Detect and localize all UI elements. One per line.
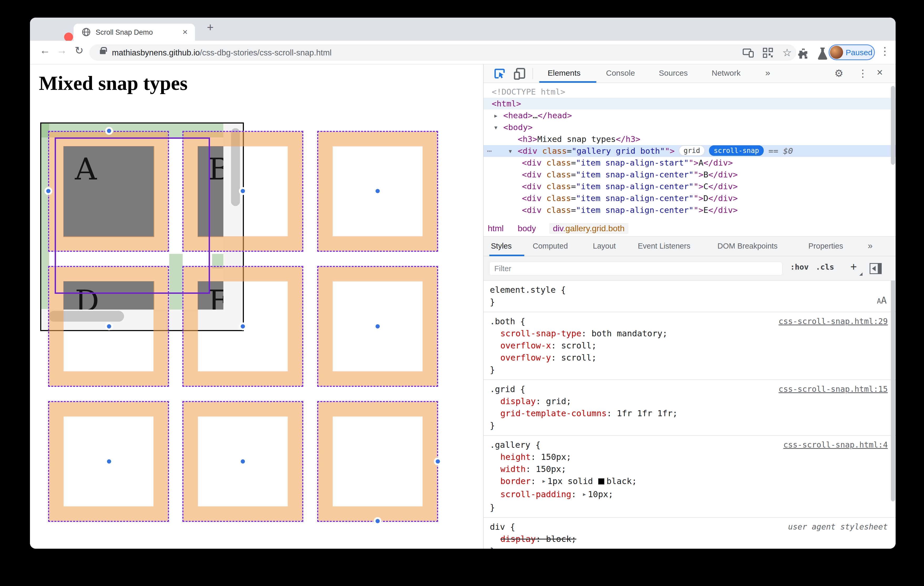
css-property-name[interactable]: scroll-padding (500, 489, 571, 499)
reload-icon[interactable]: ↻ (73, 45, 86, 56)
css-property[interactable]: height: 150px; (490, 451, 889, 463)
filter-input[interactable] (489, 262, 782, 276)
sidebar-tab-layout[interactable]: Layout (593, 242, 616, 251)
css-property-name[interactable]: height (500, 452, 531, 462)
css-property[interactable]: border: ▶1px solid black; (490, 475, 889, 488)
css-property[interactable]: display: grid; (490, 395, 889, 407)
css-rule-grid[interactable]: .grid {css-scroll-snap.html:15display: g… (483, 380, 896, 436)
bookmark-star-icon[interactable]: ☆ (780, 46, 794, 59)
dom-row[interactable]: ▼<body> (483, 121, 896, 133)
more-subtabs-icon[interactable]: » (868, 241, 873, 251)
debugger-paused-button[interactable]: Paused (828, 45, 875, 60)
tab-close-icon[interactable]: × (182, 27, 188, 37)
back-icon[interactable]: ← (38, 45, 51, 56)
css-property[interactable]: overflow-x: scroll; (490, 340, 889, 352)
css-property[interactable]: display: block; (490, 533, 889, 545)
dom-row[interactable]: <div class="item snap-align-center"">D</… (483, 192, 896, 204)
css-rule-gallery[interactable]: .gallery {css-scroll-snap.html:4height: … (483, 436, 896, 518)
address-bar[interactable]: mathiasbynens.github.io/css-dbg-stories/… (89, 45, 796, 61)
dom-row[interactable]: ⋯▼<div class="gallery grid both"">gridsc… (483, 145, 896, 157)
lock-icon[interactable] (100, 50, 106, 54)
adorner-ellipsis-icon[interactable]: ⋯ (487, 145, 492, 157)
devtools-tab-console[interactable]: Console (606, 69, 635, 78)
sidebar-tab-computed[interactable]: Computed (533, 242, 568, 251)
sidebar-tab-event-listeners[interactable]: Event Listeners (638, 242, 690, 251)
devtools-tab-sources[interactable]: Sources (659, 69, 688, 78)
shorthand-expand-icon[interactable]: ▶ (543, 475, 545, 487)
new-style-rule-button[interactable]: + (850, 261, 857, 272)
dom-row[interactable]: <div class="item snap-align-center"">B</… (483, 169, 896, 180)
css-property-name[interactable]: grid-template-columns (500, 408, 607, 418)
close-window-button[interactable] (64, 33, 73, 41)
sidebar-tab-styles[interactable]: Styles (491, 242, 512, 251)
css-property-name[interactable]: display (500, 396, 536, 406)
vertical-scrollbar-thumb[interactable] (231, 128, 240, 206)
forward-icon[interactable]: → (55, 45, 68, 56)
breadcrumb-item-current[interactable]: div.gallery.grid.both (549, 223, 629, 234)
device-toolbar-icon[interactable] (513, 68, 526, 80)
styles-scrollbar-thumb[interactable] (891, 281, 895, 502)
more-tabs-icon[interactable]: » (765, 68, 770, 78)
css-property-value[interactable]: 10px; (588, 489, 613, 499)
css-property-value[interactable]: scroll; (561, 353, 597, 363)
sidebar-toggle-icon[interactable] (870, 263, 882, 274)
css-property-value[interactable]: 150px; (541, 452, 571, 462)
browser-tab[interactable]: Scroll Snap Demo × (74, 24, 195, 41)
css-property-name[interactable]: width (500, 464, 526, 474)
css-property[interactable]: width: 150px; (490, 463, 889, 475)
stylesheet-link[interactable]: css-scroll-snap.html:4 (784, 439, 888, 451)
breadcrumb-item-html[interactable]: html (488, 224, 503, 233)
settings-gear-icon[interactable]: ⚙ (834, 68, 843, 79)
css-property-name[interactable]: overflow-y (500, 353, 551, 363)
dom-row[interactable]: <div class="item snap-align-center"">C</… (483, 180, 896, 192)
expand-icon[interactable]: ▶ (494, 110, 497, 122)
css-property-name[interactable]: border (500, 476, 531, 486)
collapse-icon[interactable]: ▼ (509, 145, 512, 157)
css-property-value[interactable]: block; (546, 534, 576, 544)
css-rule-div[interactable]: div {user agent stylesheetdisplay: block… (483, 518, 896, 549)
shorthand-expand-icon[interactable]: ▶ (583, 488, 586, 500)
stylesheet-link[interactable]: css-scroll-snap.html:15 (779, 383, 888, 395)
css-rule-both[interactable]: .both {css-scroll-snap.html:29scroll-sna… (483, 312, 896, 380)
css-property-name[interactable]: scroll-snap-type (500, 328, 581, 338)
horizontal-scrollbar-thumb[interactable] (49, 311, 124, 322)
css-property[interactable]: scroll-snap-type: both mandatory; (490, 327, 889, 340)
browser-menu-kebab-icon[interactable]: ⋮ (878, 45, 891, 57)
toggle-hover-state-button[interactable]: :hov (790, 262, 808, 271)
inspect-element-icon[interactable] (493, 68, 506, 79)
dom-scrollbar-thumb[interactable] (891, 86, 895, 165)
dom-row[interactable]: <!DOCTYPE html> (483, 86, 896, 98)
css-property[interactable]: grid-template-columns: 1fr 1fr 1fr; (490, 407, 889, 419)
collapse-icon[interactable]: ▼ (494, 122, 497, 134)
new-tab-button[interactable]: + (203, 21, 218, 34)
css-selector[interactable]: element.style { (490, 284, 889, 296)
url-text[interactable]: mathiasbynens.github.io/css-dbg-stories/… (112, 48, 332, 58)
qr-code-icon[interactable] (762, 48, 774, 58)
devtools-tab-elements[interactable]: Elements (548, 69, 581, 78)
css-property-name[interactable]: overflow-x (500, 340, 551, 350)
gallery-scroll-container[interactable]: A B D E (40, 122, 244, 331)
dom-row[interactable]: <html> (483, 98, 896, 110)
dom-row[interactable]: <h3>Mixed snap types</h3> (483, 133, 896, 145)
dom-row[interactable]: ▶<head>…</head> (483, 110, 896, 121)
font-editor-icon[interactable]: AA (877, 294, 887, 307)
sidebar-tab-properties[interactable]: Properties (808, 242, 843, 251)
close-devtools-icon[interactable]: × (877, 66, 883, 78)
devtools-menu-kebab-icon[interactable]: ⋮ (858, 68, 868, 79)
css-property-value[interactable]: black; (607, 476, 637, 486)
beta-flask-icon[interactable] (817, 47, 828, 59)
css-property-value[interactable]: 150px; (536, 464, 566, 474)
css-property[interactable]: scroll-padding: ▶10px; (490, 488, 889, 502)
css-rule-elementstyle[interactable]: element.style {AA} (483, 281, 896, 312)
grid-badge[interactable]: grid (679, 145, 705, 156)
css-property-name[interactable]: display (500, 534, 536, 544)
color-swatch[interactable] (598, 478, 604, 485)
dom-row[interactable]: <div class="item snap-align-start"">A</d… (483, 157, 896, 169)
extensions-puzzle-icon[interactable] (797, 48, 809, 59)
sidebar-tab-dom-breakpoints[interactable]: DOM Breakpoints (718, 242, 778, 251)
scroll-snap-badge[interactable]: scroll-snap (709, 145, 764, 156)
send-to-device-icon[interactable] (742, 48, 754, 58)
dom-row[interactable]: <div class="item snap-align-center"">E</… (483, 204, 896, 216)
css-property-value[interactable]: both mandatory; (592, 328, 668, 338)
css-property[interactable]: overflow-y: scroll; (490, 352, 889, 364)
